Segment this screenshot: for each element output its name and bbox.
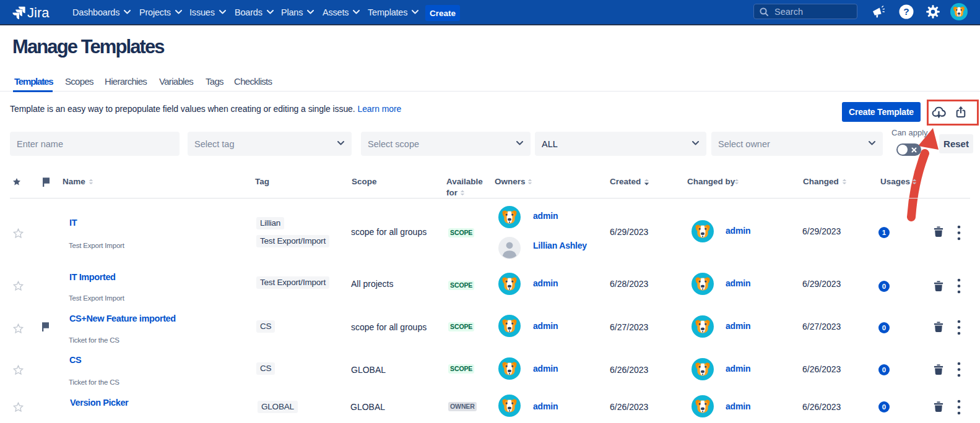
- svg-text:?: ?: [903, 6, 909, 17]
